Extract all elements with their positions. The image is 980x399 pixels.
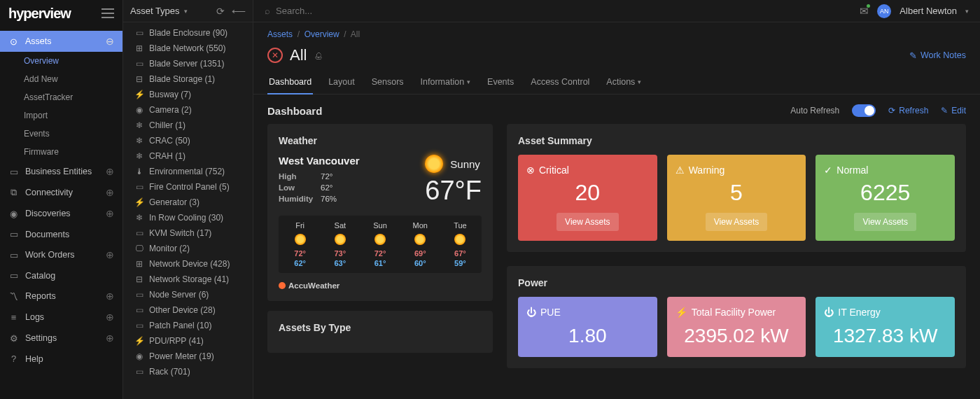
tree-item[interactable]: ❄Chiller (1) (123, 118, 253, 133)
type-icon: ⚡ (134, 336, 144, 346)
bell-icon[interactable]: 🕭 (314, 50, 324, 62)
back-icon[interactable]: ⟵ (232, 6, 246, 17)
search-input[interactable] (276, 6, 486, 16)
refresh-icon[interactable]: ⟳ (216, 6, 225, 17)
expand-icon[interactable]: ⊕ (106, 208, 114, 219)
assets-by-type-title: Assets By Type (279, 322, 482, 333)
tree-item[interactable]: ⊞Blade Network (550) (123, 41, 253, 56)
auto-refresh-label: Auto Refresh (790, 106, 839, 115)
weather-provider: AccuWeather (279, 281, 482, 290)
chart-icon: 〽 (8, 291, 19, 302)
nav-sub-add-new[interactable]: Add New (0, 70, 122, 88)
nav-catalog[interactable]: ▭Catalog (0, 265, 122, 286)
nav-sub-overview[interactable]: Overview (0, 52, 122, 70)
auto-refresh-toggle[interactable] (852, 104, 876, 117)
tree-item[interactable]: ⊟Blade Storage (1) (123, 71, 253, 87)
bulb-icon: ⊙ (8, 36, 19, 47)
status-normal: ✓Normal 6225 View Assets (816, 155, 955, 241)
tree-item[interactable]: ◉Camera (2) (123, 102, 253, 118)
nav-settings[interactable]: ⚙Settings⊕ (0, 328, 122, 349)
critical-count: 20 (526, 180, 649, 206)
tree-item[interactable]: ▭Other Device (28) (123, 302, 253, 318)
nav-sub-events[interactable]: Events (0, 125, 122, 143)
view-warning-button[interactable]: View Assets (706, 213, 767, 231)
primary-sidebar: hyperview ⊙Assets ⊖ Overview Add New Ass… (0, 0, 123, 399)
nav-logs[interactable]: ≡Logs⊕ (0, 307, 122, 328)
view-critical-button[interactable]: View Assets (556, 213, 618, 231)
tab-actions[interactable]: Actions▾ (605, 71, 643, 94)
nav-discoveries[interactable]: ◉Discoveries⊕ (0, 203, 122, 224)
chevron-down-icon[interactable]: ▾ (965, 8, 969, 15)
expand-icon[interactable]: ⊕ (106, 332, 114, 344)
crumb-all: All (351, 29, 360, 39)
tree-item[interactable]: ▭Node Server (6) (123, 287, 253, 302)
tree-item[interactable]: ❄In Row Cooling (30) (123, 210, 253, 225)
expand-icon[interactable]: ⊕ (106, 290, 114, 302)
tree-item[interactable]: ▭Blade Enclosure (90) (123, 25, 253, 41)
power-icon: ⏻ (824, 307, 834, 318)
view-normal-button[interactable]: View Assets (854, 213, 916, 231)
tree-item[interactable]: ▭Fire Control Panel (5) (123, 179, 253, 195)
crumb-assets[interactable]: Assets (267, 29, 293, 39)
power-icon: ⏻ (526, 307, 536, 318)
collapse-icon[interactable]: ⊖ (106, 36, 114, 47)
sidebar-toggle[interactable] (102, 8, 114, 18)
crumb-overview[interactable]: Overview (304, 29, 340, 39)
nav-sub-firmware[interactable]: Firmware (0, 143, 122, 161)
asset-summary-title: Asset Summary (518, 135, 955, 146)
ite-value: 1327.83 kW (824, 325, 946, 347)
check-icon: ✓ (824, 164, 832, 176)
nav-help[interactable]: ?Help (0, 349, 122, 369)
tree-item[interactable]: ❄CRAC (50) (123, 133, 253, 148)
tab-access-control[interactable]: Access Control (529, 71, 591, 94)
nav-business-entities[interactable]: ▭Business Entities⊕ (0, 161, 122, 182)
nav-sub-import[interactable]: Import (0, 106, 122, 125)
type-icon: ▭ (134, 182, 144, 192)
tree-item[interactable]: ❄CRAH (1) (123, 148, 253, 164)
nav-reports[interactable]: 〽Reports⊕ (0, 286, 122, 307)
tree-item[interactable]: ▭Rack (701) (123, 364, 253, 379)
work-notes-button[interactable]: ✎Work Notes (909, 50, 966, 61)
asset-summary-card: Asset Summary ⊗Critical 20 View Assets ⚠… (507, 124, 966, 252)
tab-sensors[interactable]: Sensors (370, 71, 405, 94)
tab-dashboard[interactable]: Dashboard (267, 71, 313, 94)
type-icon: ❄ (134, 151, 144, 161)
refresh-button[interactable]: ⟳Refresh (888, 106, 928, 115)
asset-types-tree: ▭Blade Enclosure (90)⊞Blade Network (550… (123, 22, 253, 399)
tree-item[interactable]: ▭Patch Panel (10) (123, 318, 253, 333)
nav-sub-assettracker[interactable]: AssetTracker (0, 88, 122, 106)
tab-information[interactable]: Information▾ (419, 71, 472, 94)
tree-item[interactable]: ⚡Busway (7) (123, 87, 253, 102)
expand-icon[interactable]: ⊕ (106, 249, 114, 260)
tab-events[interactable]: Events (486, 71, 515, 94)
folder-icon: ▭ (8, 229, 19, 239)
tree-item[interactable]: 🌡Environmental (752) (123, 164, 253, 179)
tree-item[interactable]: ▭KVM Switch (17) (123, 225, 253, 241)
tree-item[interactable]: ⚡PDU/RPP (41) (123, 333, 253, 349)
type-icon: ⚡ (134, 90, 144, 99)
expand-icon[interactable]: ⊕ (106, 312, 114, 323)
tree-item[interactable]: ⊞Network Device (428) (123, 256, 253, 272)
tab-layout[interactable]: Layout (327, 71, 356, 94)
normal-count: 6225 (824, 180, 946, 206)
tree-item[interactable]: ◉Power Meter (19) (123, 349, 253, 364)
user-name[interactable]: Albert Newton (899, 6, 957, 16)
nav-assets[interactable]: ⊙Assets ⊖ (0, 31, 122, 52)
global-search[interactable]: ⌕ (265, 6, 486, 16)
expand-icon[interactable]: ⊕ (106, 187, 114, 198)
tree-item[interactable]: ⚡Generator (3) (123, 195, 253, 210)
nav-work-orders[interactable]: ▭Work Orders⊕ (0, 244, 122, 265)
chevron-down-icon: ▾ (467, 78, 470, 85)
nav-documents[interactable]: ▭Documents (0, 224, 122, 244)
nav-connectivity[interactable]: ⧉Connectivity⊕ (0, 182, 122, 203)
type-icon: ❄ (134, 120, 144, 130)
tree-item[interactable]: ▭Blade Server (1351) (123, 56, 253, 71)
tree-item[interactable]: ⊟Network Storage (41) (123, 272, 253, 287)
tree-item[interactable]: 🖵Monitor (2) (123, 241, 253, 256)
avatar[interactable]: AN (877, 4, 891, 18)
edit-button[interactable]: ✎Edit (941, 106, 966, 115)
mail-icon[interactable]: ✉ (860, 5, 869, 18)
expand-icon[interactable]: ⊕ (106, 166, 114, 177)
asset-types-title[interactable]: Asset Types▾ (130, 6, 188, 16)
breadcrumb: Assets / Overview / All (253, 22, 980, 43)
